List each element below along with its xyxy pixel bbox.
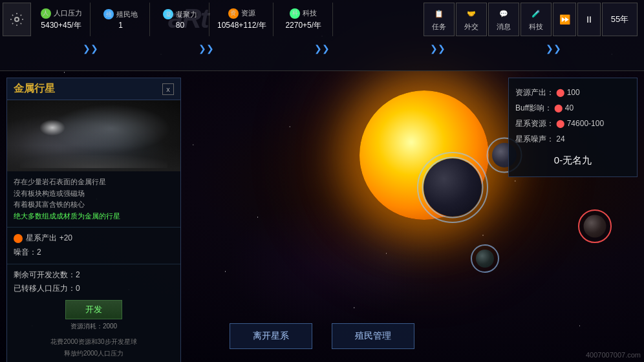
pause-button[interactable]: ⏸ [577,3,601,36]
tech-icon: 科 [290,8,300,19]
resource-output-label: 资源产出： [515,88,554,97]
nav-science-button[interactable]: 🧪 科技 [521,3,552,36]
star-noise-value: 24 [556,134,564,144]
resources-icon: 资 [228,8,239,19]
stat-colony-header: 殖 殖民地 [103,9,138,19]
cohesion-value: 80 [176,21,184,30]
colony-label: 殖民地 [116,10,138,19]
dev-remaining: 剩余可开发次数：2 [14,268,174,282]
colony-value: 1 [118,21,123,30]
buff-line: Buff影响： ⬤ 40 [515,100,630,116]
star-resource-icon: ⬤ [556,119,564,128]
develop-note: 花费2000资源和30步开发星球释放约2000人口压力 [14,336,174,359]
chevron-3: ❯❯ [264,43,380,54]
panel-header: 金属行星 x [7,78,180,100]
fast-forward-icon: ⏩ [559,14,570,25]
dev-transferred: 已转移人口压力：0 [14,282,174,296]
develop-sub-text: 资源消耗：2000 [70,321,117,332]
top-row: 人 人口压力 5430+45/年 殖 殖民地 1 凝 凝聚力 80 资 资源 [0,0,644,39]
star-resource-value: 74600-100 [567,119,604,128]
chevrons-row: ❯❯ ❯❯ ❯❯ ❯❯ ❯❯ [0,39,644,58]
star-resource-line: 星系资源： ⬤ 74600-100 [515,116,630,131]
colony-icon: 殖 [103,9,114,19]
stat-cohesion-header: 凝 凝聚力 [163,9,197,19]
stat-production-line: 星系产出 +20 [14,231,174,246]
panel-description: 存在少量岩石表面的金属行星 没有板块构造或强磁场 有着极其富含铁的核心 绝大多数… [7,171,180,228]
stat-noise-value: 噪音：2 [14,246,174,260]
desc-line-3: 有着极其富含铁的核心 [14,199,174,211]
chevron-1: ❯❯ [32,43,148,54]
population-label: 人口压力 [54,8,82,18]
task-icon: 📋 [433,8,445,21]
settings-button[interactable] [3,3,31,36]
planet-image [7,100,180,171]
resource-output-value: 100 [567,88,580,97]
star-resource-label: 星系资源： [515,119,554,128]
resource-output-line: 资源产出： ⬤ 100 [515,85,630,100]
stat-resources: 资 资源 10548+112/年 [211,3,274,36]
desc-highlight: 绝大多数组成成材质为金属的行星 [14,211,174,222]
chevron-4: ❯❯ [380,43,496,54]
develop-btn-container: 开发 资源消耗：2000 [14,300,174,332]
tech-value: 2270+5/年 [285,20,321,31]
buff-icon: ⬤ [554,103,563,112]
planet-highlight [39,120,65,136]
stat-cohesion: 凝 凝聚力 80 [151,3,209,36]
stat-population-header: 人 人口压力 [41,8,82,19]
tech-label: 科技 [303,8,317,18]
panel-develop: 剩余可开发次数：2 已转移人口压力：0 开发 资源消耗：2000 花费2000资… [7,264,180,362]
orbit-large-inner [422,157,484,218]
cohesion-icon: 凝 [163,9,173,19]
year-value: 55年 [611,14,628,25]
chevron-5: ❯❯ [496,43,612,54]
science-label: 科技 [529,22,543,32]
year-display: 55年 [602,3,638,36]
stat-production-value: 星系产出 +20 [26,233,72,242]
panel-close-button[interactable]: x [162,83,174,95]
star-noise-label: 星系噪声： [515,134,554,144]
gear-icon [9,12,25,27]
panel-stats: 星系产出 +20 噪音：2 [7,228,180,264]
nav-buttons: 📋 任务 🤝 外交 💬 消息 🧪 科技 ⏩ ⏸ 55年 [424,3,641,36]
population-value: 5430+45/年 [41,20,81,31]
planet-name-display: 0-无名九 [515,151,630,170]
stat-resources-header: 资 资源 [228,8,255,19]
resources-value: 10548+112/年 [217,20,266,31]
nav-message-button[interactable]: 💬 消息 [488,3,519,36]
diplomacy-icon: 🤝 [465,8,478,21]
production-icon [14,234,23,243]
terrain [20,155,167,168]
stat-tech: 科 科技 2270+5/年 [275,3,333,36]
stat-tech-header: 科 科技 [290,8,317,19]
nav-task-button[interactable]: 📋 任务 [424,3,455,36]
nav-diplomacy-button[interactable]: 🤝 外交 [456,3,487,36]
info-panel: 资源产出： ⬤ 100 Buff影响： ⬤ 40 星系资源： ⬤ 74600-1… [508,78,638,177]
colony-manage-button[interactable]: 殖民管理 [332,323,414,349]
develop-button[interactable]: 开发 [65,300,122,319]
desc-line-2: 没有板块构造或强磁场 [14,188,174,200]
orbit-small-lower [471,244,499,273]
stat-population: 人 人口压力 5430+45/年 [32,3,91,36]
cohesion-label: 凝聚力 [176,10,197,19]
orbit-selected [578,209,612,243]
svg-point-0 [15,17,19,21]
resources-label: 资源 [241,8,255,18]
message-icon: 💬 [497,8,510,21]
message-label: 消息 [497,22,511,32]
buff-value: 40 [565,103,574,112]
resource-output-icon: ⬤ [556,88,564,97]
star-noise-line: 星系噪声： 24 [515,131,630,147]
top-bar: 人 人口压力 5430+45/年 殖 殖民地 1 凝 凝聚力 80 资 资源 [0,0,644,71]
bottom-buttons: 离开星系 殖民管理 [230,323,414,349]
desc-line-1: 存在少量岩石表面的金属行星 [14,176,174,188]
watermark: 4007007007.com [586,351,641,359]
diplomacy-label: 外交 [464,22,478,32]
planet-panel: 金属行星 x 存在少量岩石表面的金属行星 没有板块构造或强磁场 有着极其富含铁的… [6,78,181,362]
chevron-2: ❯❯ [148,43,264,54]
panel-title: 金属行星 [14,82,55,96]
fast-forward-button[interactable]: ⏩ [553,3,576,36]
leave-system-button[interactable]: 离开星系 [230,323,312,349]
solar-system [181,71,508,317]
science-icon: 🧪 [530,8,542,21]
buff-label: Buff影响： [515,103,552,112]
